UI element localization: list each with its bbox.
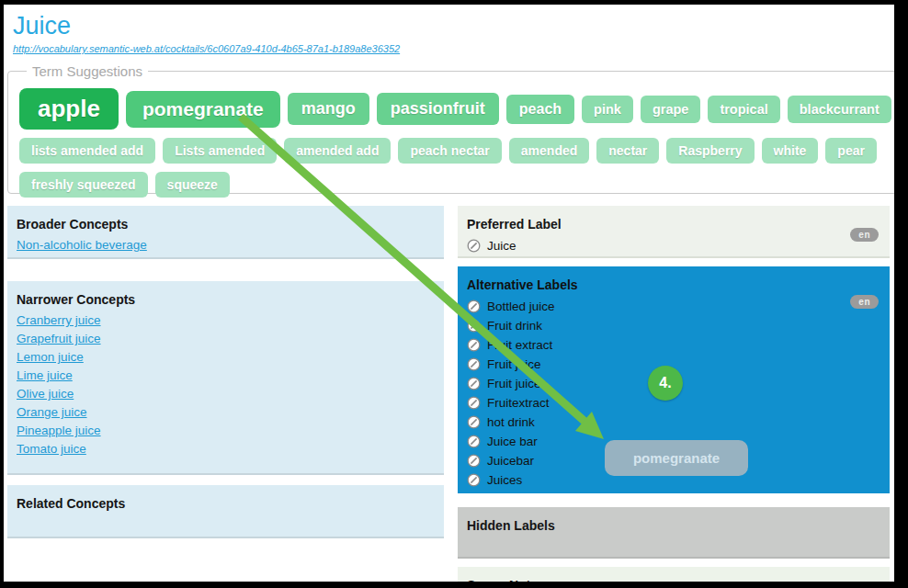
hidden-labels-box: Hidden Labels xyxy=(458,507,890,559)
edit-label-icon[interactable] xyxy=(467,357,481,371)
edit-label-icon[interactable] xyxy=(467,377,481,390)
term-suggestion-tag[interactable]: white xyxy=(762,138,819,164)
relations-column: Broader Concepts Non-alcoholic beverage … xyxy=(7,206,444,538)
edit-label-icon[interactable] xyxy=(467,454,481,468)
edit-label-icon[interactable] xyxy=(467,435,481,448)
term-suggestion-tag[interactable]: blackcurrant xyxy=(788,96,891,123)
concept-link[interactable]: Olive juice xyxy=(17,385,435,403)
concept-link[interactable]: Tomato juice xyxy=(17,440,435,458)
label-item-text: Fruit drink xyxy=(487,319,542,333)
term-suggestion-tag[interactable]: Raspberry xyxy=(666,138,754,164)
edit-label-icon[interactable] xyxy=(467,435,481,448)
label-item-text: Fruit juice xyxy=(487,357,541,371)
label-item: Juice xyxy=(467,236,880,255)
term-suggestions-legend: Term Suggestions xyxy=(27,63,148,79)
term-suggestion-tag[interactable]: grape xyxy=(641,96,701,123)
concept-link[interactable]: Pineapple juice xyxy=(17,422,435,440)
scope-notes-box: Scope Notes xyxy=(458,567,890,588)
edit-label-icon[interactable] xyxy=(467,454,481,468)
term-suggestion-tag[interactable]: pomegranate xyxy=(126,91,280,128)
label-item-text: Juice xyxy=(487,239,516,253)
concept-uri-link[interactable]: http://vocabulary.semantic-web.at/cockta… xyxy=(13,43,400,54)
label-item: Fruit drink xyxy=(467,316,880,335)
edit-label-icon[interactable] xyxy=(467,415,481,429)
label-item: hot drink xyxy=(467,413,880,432)
concept-link[interactable]: Lime juice xyxy=(17,367,435,385)
edit-label-icon[interactable] xyxy=(467,415,481,429)
tutorial-step-badge: 4. xyxy=(648,366,683,401)
concept-link[interactable]: Cranberry juice xyxy=(17,311,435,330)
term-suggestion-tag[interactable]: peach xyxy=(506,95,574,124)
broader-concepts-list: Non-alcoholic beverage xyxy=(7,232,444,254)
label-item-text: Fruitextract xyxy=(487,396,550,410)
edit-label-icon[interactable] xyxy=(467,338,481,352)
edit-label-icon[interactable] xyxy=(467,473,481,487)
edit-label-icon[interactable] xyxy=(467,300,481,313)
term-suggestion-tag[interactable]: peach nectar xyxy=(398,138,501,164)
edit-label-icon[interactable] xyxy=(467,319,481,333)
label-item-text: hot drink xyxy=(487,415,535,429)
label-item-text: Juices xyxy=(487,473,522,487)
label-item: Bottled juice xyxy=(467,297,880,316)
term-suggestions-row-3: freshly squeezedsqueeze xyxy=(19,172,891,198)
preferred-label-title: Preferred Label xyxy=(458,206,890,232)
concept-link[interactable]: Lemon juice xyxy=(17,348,435,367)
term-suggestion-tag[interactable]: pink xyxy=(582,96,633,123)
term-suggestion-tag[interactable]: Lists amended xyxy=(163,138,277,164)
term-suggestion-tag[interactable]: passionfruit xyxy=(377,93,499,125)
edit-label-icon[interactable] xyxy=(467,396,481,410)
related-concepts-list xyxy=(7,511,444,515)
label-item-text: Fruit extract xyxy=(487,338,552,352)
concept-link[interactable]: Orange juice xyxy=(17,403,435,422)
term-suggestion-tag[interactable]: tropical xyxy=(708,96,779,123)
term-suggestion-tag[interactable]: amended add xyxy=(284,138,391,164)
edit-label-icon[interactable] xyxy=(467,319,481,333)
term-suggestions-row-2: lists amended addLists amendedamended ad… xyxy=(19,138,891,164)
app-window: Juice http://vocabulary.semantic-web.at/… xyxy=(0,0,908,588)
edit-label-icon[interactable] xyxy=(467,300,481,313)
related-concepts-title: Related Concepts xyxy=(7,485,444,511)
term-suggestion-tag[interactable]: apple xyxy=(19,88,119,130)
label-item-text: Juicebar xyxy=(487,454,534,468)
label-item-text: Bottled juice xyxy=(487,300,555,313)
edit-label-icon[interactable] xyxy=(467,239,481,253)
label-item-text: Juice bar xyxy=(487,435,538,448)
edit-label-icon[interactable] xyxy=(467,239,481,253)
narrower-concepts-box: Narrower Concepts Cranberry juiceGrapefr… xyxy=(7,281,444,475)
edit-label-icon[interactable] xyxy=(467,473,481,487)
edit-label-icon[interactable] xyxy=(467,396,481,410)
term-suggestion-tag[interactable]: freshly squeezed xyxy=(19,172,148,198)
concept-link[interactable]: Non-alcoholic beverage xyxy=(17,236,435,254)
term-suggestion-tag[interactable]: pear xyxy=(825,138,877,164)
term-suggestions-row-1: applepomegranatemangopassionfruitpeachpi… xyxy=(19,88,891,130)
scope-notes-title: Scope Notes xyxy=(458,567,890,588)
edit-label-icon[interactable] xyxy=(467,338,481,352)
label-item: Fruit extract xyxy=(467,335,880,355)
preferred-label-box: Preferred Label Juice en xyxy=(458,206,890,258)
alternative-labels-title: Alternative Labels xyxy=(458,266,890,292)
hidden-labels-title: Hidden Labels xyxy=(458,507,890,533)
concept-link[interactable]: Grapefruit juice xyxy=(17,330,435,348)
broader-concepts-title: Broader Concepts xyxy=(7,206,444,232)
term-suggestion-tag[interactable]: squeeze xyxy=(155,172,230,198)
broader-concepts-box: Broader Concepts Non-alcoholic beverage xyxy=(7,206,444,259)
page-title: Juice xyxy=(13,12,400,40)
related-concepts-box: Related Concepts xyxy=(7,485,444,538)
label-item-text: Fruit juices xyxy=(487,377,547,390)
narrower-concepts-title: Narrower Concepts xyxy=(7,281,444,307)
term-suggestions-panel: Term Suggestions applepomegranatemangopa… xyxy=(7,63,903,194)
edit-label-icon[interactable] xyxy=(467,357,481,371)
drag-ghost-pomegranate[interactable]: pomegranate xyxy=(605,440,748,476)
term-suggestion-tag[interactable]: amended xyxy=(509,138,589,164)
edit-label-icon[interactable] xyxy=(467,377,481,390)
language-badge: en xyxy=(850,228,879,242)
term-suggestion-tag[interactable]: lists amended add xyxy=(19,138,155,164)
term-suggestion-tag[interactable]: nectar xyxy=(596,138,659,164)
term-suggestion-tag[interactable]: mango xyxy=(288,93,369,125)
language-badge: en xyxy=(850,295,879,309)
preferred-label-list: Juice xyxy=(458,232,890,255)
concept-header: Juice http://vocabulary.semantic-web.at/… xyxy=(13,12,400,56)
narrower-concepts-list: Cranberry juiceGrapefruit juiceLemon jui… xyxy=(7,307,444,458)
